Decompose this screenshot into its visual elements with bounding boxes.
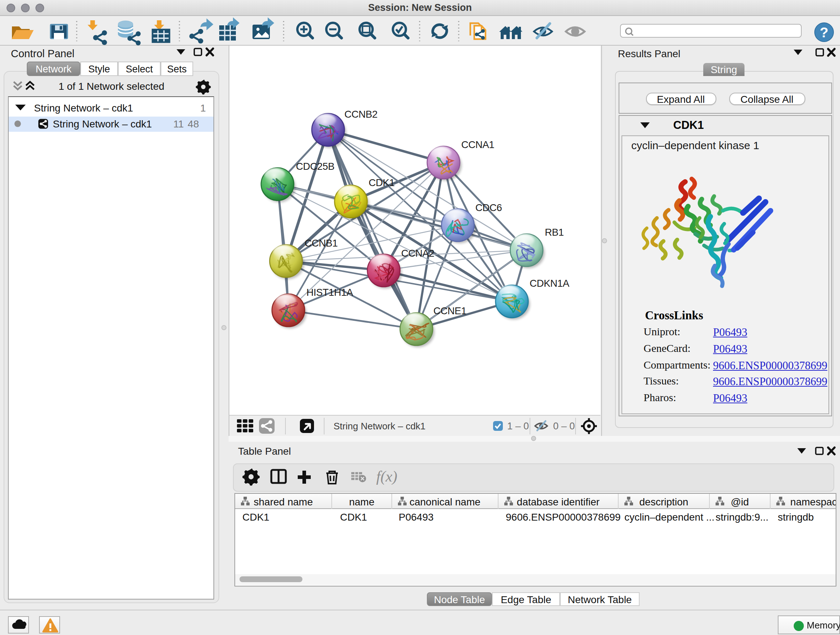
svg-text:CDKN1A: CDKN1A	[530, 277, 570, 288]
svg-text:CCNA2: CCNA2	[401, 247, 434, 258]
svg-text:f(x): f(x)	[376, 468, 397, 485]
svg-text:RB1: RB1	[545, 226, 564, 238]
svg-text:String Network – cdk1: String Network – cdk1	[333, 420, 425, 431]
svg-text:CCNA1: CCNA1	[461, 139, 494, 150]
svg-text:0 – 0: 0 – 0	[553, 420, 575, 431]
svg-text:1 – 0: 1 – 0	[507, 420, 529, 431]
svg-text:CCNE1: CCNE1	[433, 305, 467, 316]
svg-text:CCNB2: CCNB2	[344, 108, 378, 119]
svg-text:CDC25B: CDC25B	[296, 160, 334, 172]
svg-text:CCNB1: CCNB1	[305, 237, 338, 249]
svg-text:CDK1: CDK1	[369, 177, 395, 188]
svg-text:HIST1H1A: HIST1H1A	[306, 287, 354, 298]
svg-text:CDC6: CDC6	[475, 202, 502, 213]
svg-text:?: ?	[820, 24, 829, 40]
